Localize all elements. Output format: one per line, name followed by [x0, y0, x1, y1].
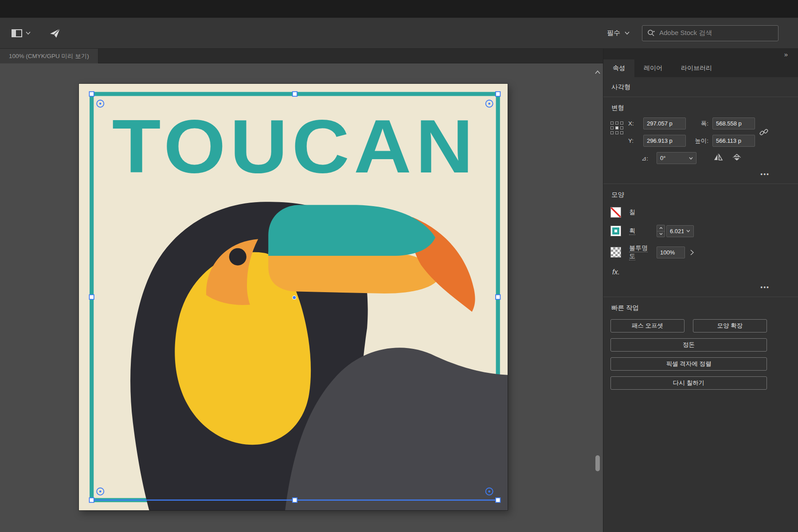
object-type-header: 사각형: [603, 77, 798, 97]
reference-point[interactable]: [620, 131, 623, 134]
x-label: X:: [628, 120, 642, 127]
fx-button[interactable]: fx.: [612, 268, 620, 276]
live-corner-dot: [99, 490, 102, 493]
app-toolbar-right: 필수 Adobe Stock 검색: [607, 25, 798, 41]
panel-overflow-button[interactable]: »: [784, 51, 788, 58]
search-icon: [647, 29, 656, 37]
reference-point-grid: [610, 121, 626, 134]
opacity-label[interactable]: 불투명도: [629, 244, 648, 260]
spacer: 획: [629, 227, 657, 235]
paper-plane-icon: [49, 28, 61, 39]
properties-panel: » 속성 레이어 라이브러리 사각형 변형: [603, 49, 798, 532]
panel-top-strip: »: [603, 49, 798, 59]
stroke-label[interactable]: 획: [629, 227, 635, 235]
flip-buttons: [713, 154, 741, 163]
selection-handle[interactable]: [293, 92, 297, 96]
x-field[interactable]: 297.057 p: [643, 117, 686, 129]
document-tab-bar: 100% (CMYK/GPU 미리 보기): [0, 49, 603, 63]
toucan-poster-artwork[interactable]: TOUCAN: [79, 84, 508, 510]
chevron-down-icon: [26, 31, 31, 35]
selection-handle[interactable]: [293, 498, 297, 502]
selection-handle[interactable]: [90, 92, 94, 96]
height-label: 높이:: [688, 137, 711, 145]
opacity-panel-chevron[interactable]: [690, 250, 694, 255]
rotation-row: ⊿: 0°: [642, 152, 798, 164]
reference-point[interactable]: [615, 121, 618, 125]
tab-layers[interactable]: 레이어: [634, 59, 672, 77]
recolor-button[interactable]: 다시 칠하기: [610, 376, 767, 390]
spacer: 불투명도: [629, 244, 657, 260]
angle-label: ⊿:: [642, 155, 655, 162]
selection-handle[interactable]: [90, 295, 94, 299]
live-corner-dot: [488, 102, 490, 105]
workspace-menu[interactable]: 필수: [607, 29, 630, 37]
search-placeholder: Adobe Stock 검색: [659, 29, 712, 37]
selection-handle[interactable]: [496, 498, 500, 502]
stroke-swatch[interactable]: [610, 226, 621, 236]
width-label: 폭:: [688, 120, 711, 128]
selection-handle[interactable]: [496, 295, 500, 299]
stock-search-field[interactable]: Adobe Stock 검색: [642, 25, 778, 41]
flip-vertical-button[interactable]: [733, 154, 741, 163]
canvas[interactable]: TOUCAN: [0, 63, 603, 532]
reference-point[interactable]: [615, 131, 618, 134]
transform-fields: X: 297.057 p 폭: 568.558 p Y: 296.913 p 높…: [628, 117, 755, 147]
stepper-up-icon[interactable]: [657, 225, 665, 231]
expand-shape-button[interactable]: 모양 확장: [693, 319, 767, 332]
scroll-up-arrow[interactable]: [595, 68, 600, 76]
workspace-switcher-button[interactable]: [12, 29, 31, 37]
properties-panel-body: 사각형 변형: [603, 77, 798, 532]
chevron-down-icon: [686, 157, 693, 160]
fill-swatch[interactable]: [610, 207, 621, 218]
selection-handle[interactable]: [496, 92, 500, 96]
transform-section: X: 297.057 p 폭: 568.558 p Y: 296.913 p 높…: [603, 117, 798, 147]
arrange-button[interactable]: 정돈: [610, 338, 767, 352]
transform-section-title: 변형: [603, 97, 798, 117]
reference-point[interactable]: [610, 126, 614, 129]
reference-point[interactable]: [610, 131, 614, 134]
rotation-dropdown[interactable]: 0°: [657, 152, 696, 164]
vertical-scrollbar[interactable]: [594, 63, 601, 532]
selection-handle[interactable]: [90, 498, 94, 502]
opacity-swatch[interactable]: [610, 247, 621, 258]
artboard[interactable]: TOUCAN: [79, 84, 508, 510]
reference-point[interactable]: [620, 126, 623, 129]
workspace-menu-label: 필수: [607, 29, 620, 37]
appearance-section-title: 모양: [603, 184, 798, 203]
offset-path-button[interactable]: 패스 오프셋: [610, 319, 685, 332]
y-label: Y:: [628, 137, 642, 144]
reference-point[interactable]: [620, 121, 623, 125]
reference-point[interactable]: [610, 121, 614, 125]
align-to-pixel-grid-button[interactable]: 픽셀 격자에 정렬: [610, 357, 767, 371]
constrain-proportions-link-icon[interactable]: [759, 127, 769, 139]
tab-label: 속성: [613, 64, 625, 72]
stroke-weight-stepper[interactable]: [657, 225, 665, 237]
effects-row: fx.: [603, 264, 798, 277]
width-field[interactable]: 568.558 p: [712, 117, 755, 129]
illustrator-app-icon[interactable]: [49, 28, 61, 39]
height-field[interactable]: 566.113 p: [712, 135, 755, 147]
fill-row: 칠: [603, 203, 798, 221]
tab-libraries[interactable]: 라이브러리: [672, 59, 721, 77]
opacity-field[interactable]: 100%: [657, 246, 685, 258]
appearance-more-row: •••: [603, 277, 798, 297]
flip-horizontal-button[interactable]: [713, 154, 723, 163]
live-corner-dot: [488, 490, 490, 493]
more-options-button[interactable]: •••: [760, 171, 770, 178]
reference-point-locator[interactable]: [610, 117, 626, 147]
stroke-weight-field[interactable]: 6.021: [666, 225, 694, 237]
reference-point-selected[interactable]: [615, 126, 618, 129]
toucan-lower-beak: [268, 252, 440, 293]
stepper-down-icon[interactable]: [657, 231, 665, 237]
more-options-button[interactable]: •••: [760, 284, 770, 291]
panel-tab-bar: 속성 레이어 라이브러리: [603, 59, 798, 77]
tab-properties[interactable]: 속성: [603, 59, 634, 77]
selection-center-point[interactable]: [293, 296, 296, 299]
chevron-down-icon: [625, 31, 630, 35]
poster-title-text: TOUCAN: [112, 104, 478, 188]
scrollbar-thumb[interactable]: [595, 455, 600, 471]
document-tab[interactable]: 100% (CMYK/GPU 미리 보기): [0, 49, 98, 63]
app-toolbar: 필수 Adobe Stock 검색: [0, 18, 798, 49]
y-field[interactable]: 296.913 p: [643, 135, 686, 147]
stroke-swatch-ring: [612, 227, 619, 235]
